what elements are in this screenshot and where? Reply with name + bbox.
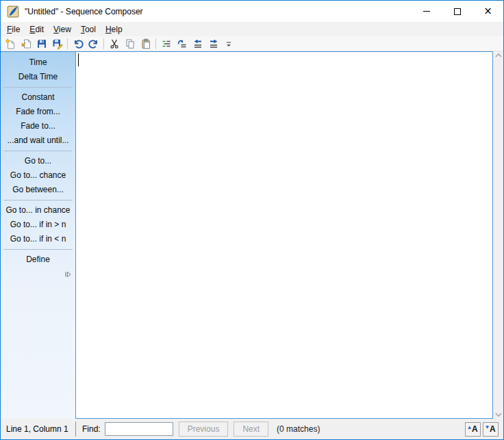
sidebar-item-go-to-if-in-lt-n[interactable]: Go to... if in < n [1,232,75,246]
find-next-button[interactable]: Next [234,422,268,437]
scroll-up-icon[interactable] [495,53,502,57]
redo-button[interactable] [86,36,101,51]
find-previous-button[interactable]: Previous [179,422,229,437]
sidebar-item-go-to-chance[interactable]: Go to... chance [1,168,75,183]
triangle-down-icon: ▼ [486,424,489,430]
app-window: "Untitled" - Sequence Composer × File Ed… [0,0,504,440]
menu-view[interactable]: View [49,23,76,36]
shift-right-button[interactable] [205,36,221,51]
text-caret [78,53,79,66]
find-label: Find: [82,424,101,434]
new-file-button[interactable] [2,36,18,51]
sidebar-separator [3,249,73,250]
smart-indent-button[interactable] [174,36,190,51]
smart-indent-icon [177,38,188,49]
cut-button[interactable] [106,36,122,51]
sidebar-item-constant[interactable]: Constant [1,90,75,105]
toolbar-separator [67,38,68,49]
format-document-icon [161,38,172,49]
sidebar-item-go-between[interactable]: Go between... [1,183,75,197]
title-bar: "Untitled" - Sequence Composer × [1,1,503,22]
find-input[interactable] [105,422,173,436]
undo-icon [73,38,84,49]
maximize-icon [454,8,461,15]
menu-file[interactable]: File [2,23,25,36]
match-count: (0 matches) [277,424,320,434]
sidebar-item-go-to[interactable]: Go to... [1,154,75,168]
paste-icon [140,38,151,49]
sidebar-separator [3,151,73,151]
window-title: "Untitled" - Sequence Composer [25,7,143,16]
save-icon [36,38,47,49]
shift-left-icon [192,38,203,49]
toolbar-overflow-button[interactable] [224,36,234,51]
font-decrease-button[interactable]: ▼ A [483,422,499,437]
new-file-icon [5,38,16,49]
minimize-button[interactable] [411,1,442,22]
open-file-icon [21,38,32,49]
sidebar-collapse-button[interactable] [1,267,75,278]
menu-tool[interactable]: Tool [76,23,101,36]
undo-button[interactable] [70,36,86,51]
sidebar-separator [3,200,73,200]
sidebar-item-define[interactable]: Define [1,253,75,267]
menu-bar: File Edit View Tool Help [1,22,503,36]
menu-edit[interactable]: Edit [25,23,49,36]
shift-right-icon [208,38,219,49]
collapse-panel-icon [64,271,71,278]
sidebar-separator [3,87,73,88]
status-bar: Line 1, Column 1 Find: Previous Next (0 … [1,419,503,439]
maximize-button[interactable] [442,1,473,22]
open-file-button[interactable] [18,36,34,51]
toolbar [1,36,503,51]
shift-left-button[interactable] [190,36,205,51]
sidebar-item-fade-to[interactable]: Fade to... [1,119,75,133]
main-content: Time Delta Time Constant Fade from... Fa… [1,51,503,419]
save-button[interactable] [34,36,49,51]
save-as-icon [52,38,63,49]
font-decrease-label: A [490,424,496,434]
redo-icon [88,38,99,49]
close-icon: × [483,6,492,16]
cursor-position-label: Line 1, Column 1 [1,424,75,434]
copy-button[interactable] [122,36,138,51]
editor-scrollbar[interactable] [493,51,503,419]
format-document-button[interactable] [158,36,174,51]
sequence-editor[interactable] [75,51,493,419]
toolbar-separator [155,38,156,49]
statusbar-separator [75,422,76,437]
font-increase-button[interactable]: ▲ A [465,422,481,437]
font-increase-label: A [472,424,478,434]
sidebar-item-go-to-in-chance[interactable]: Go to... in chance [1,203,75,218]
minimize-icon [423,11,430,12]
sidebar-item-fade-from[interactable]: Fade from... [1,105,75,119]
scroll-down-icon[interactable] [495,413,502,417]
sidebar-item-delta-time[interactable]: Delta Time [1,70,75,84]
app-icon [7,5,19,18]
sidebar-item-go-to-if-in-gt-n[interactable]: Go to... if in > n [1,218,75,232]
menu-help[interactable]: Help [101,23,127,36]
triangle-up-icon: ▲ [468,424,471,430]
copy-icon [125,38,136,49]
cut-icon [109,38,120,49]
save-as-button[interactable] [49,36,65,51]
toolbar-overflow-icon [225,40,233,48]
paste-button[interactable] [138,36,153,51]
action-palette: Time Delta Time Constant Fade from... Fa… [1,51,75,419]
sidebar-item-and-wait-until[interactable]: ...and wait until... [1,133,75,148]
toolbar-separator [103,38,104,49]
close-button[interactable]: × [473,1,503,22]
sidebar-item-time[interactable]: Time [1,55,75,70]
